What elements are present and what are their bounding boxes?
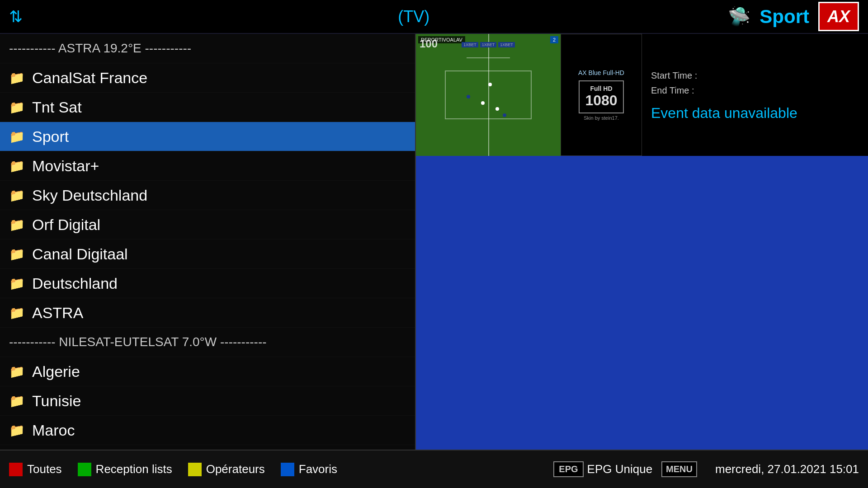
epg-badge: EPG <box>553 461 583 477</box>
start-time-label: Start Time : <box>651 70 710 81</box>
operateurs-label: Opérateurs <box>206 462 265 476</box>
start-time-row: Start Time : <box>651 70 859 81</box>
folder-icon: 📁 <box>9 188 25 203</box>
channel-name: Movistar+ <box>32 157 99 175</box>
main-content: ----------- ASTRA 19.2°E -----------📁Can… <box>0 34 868 450</box>
folder-icon: 📁 <box>9 129 25 144</box>
channel-name: Tunisie <box>32 392 81 410</box>
channel-item[interactable]: ----------- ASTRA 19.2°E ----------- <box>0 34 415 63</box>
fullhd-line1: Full HD <box>585 85 617 92</box>
folder-icon: 📁 <box>9 159 25 174</box>
channel-item[interactable]: 📁Tnt Sat <box>0 93 415 122</box>
channel-name: CanalSat France <box>32 69 147 87</box>
ax-logo: AX <box>818 2 859 31</box>
epg-label: EPG Unique <box>587 462 653 476</box>
channel-item[interactable]: 📁Sport <box>0 122 415 151</box>
folder-icon: 📁 <box>9 305 25 320</box>
header-tv-title: (TV) <box>398 7 429 26</box>
end-time-label: End Time : <box>651 85 710 96</box>
fullhd-badge: Full HD 1080 <box>579 80 623 113</box>
video-preview: DEPORTIVOALAV 2 1XBET 1XBET 1XBET 100 <box>416 34 561 156</box>
header-left: ⇅ <box>9 7 99 26</box>
soccer-field: DEPORTIVOALAV 2 1XBET 1XBET 1XBET 100 <box>416 34 561 156</box>
channel-item[interactable]: 📁Maroc <box>0 416 415 445</box>
channel-name: Sky Deutschland <box>32 187 147 204</box>
menu-button[interactable]: MENU <box>661 461 697 477</box>
preview-area: DEPORTIVOALAV 2 1XBET 1XBET 1XBET 100 AX… <box>416 34 868 156</box>
reception-lists-button[interactable]: Reception lists <box>78 462 172 476</box>
epg-button[interactable]: EPG EPG Unique <box>553 461 652 477</box>
folder-icon: 📁 <box>9 394 25 408</box>
channel-item[interactable]: 📁Du <box>0 445 415 450</box>
reception-lists-label: Reception lists <box>96 462 172 476</box>
satellite-icon: 🛸 <box>728 6 750 27</box>
menu-badge: MENU <box>661 461 697 477</box>
favoris-button[interactable]: Favoris <box>281 462 337 476</box>
header-logo-area: 🛸 Sport AX <box>728 2 859 31</box>
ax-logo-text: AX <box>827 7 850 26</box>
channel-item[interactable]: 📁Tunisie <box>0 386 415 416</box>
footer: Toutes Reception lists Opérateurs Favori… <box>0 450 868 488</box>
skin-credit: Skin by stein17. <box>584 115 619 121</box>
channel-item[interactable]: 📁CanalSat France <box>0 63 415 93</box>
channel-name: ----------- ASTRA 19.2°E ----------- <box>9 41 191 56</box>
sort-icon[interactable]: ⇅ <box>9 7 23 26</box>
folder-icon: 📁 <box>9 276 25 291</box>
channel-item[interactable]: 📁Canal Digitaal <box>0 239 415 269</box>
right-panel: DEPORTIVOALAV 2 1XBET 1XBET 1XBET 100 AX… <box>416 34 868 450</box>
channel-item[interactable]: 📁Deutschland <box>0 269 415 298</box>
toutes-button[interactable]: Toutes <box>9 462 62 476</box>
folder-icon: 📁 <box>9 100 25 115</box>
channel-list[interactable]: ----------- ASTRA 19.2°E -----------📁Can… <box>0 34 415 450</box>
channel-item[interactable]: 📁Sky Deutschland <box>0 181 415 210</box>
channel-list-panel: ----------- ASTRA 19.2°E -----------📁Can… <box>0 34 416 450</box>
fullhd-number: 1080 <box>585 92 617 109</box>
folder-icon: 📁 <box>9 247 25 262</box>
reception-lists-icon <box>78 463 91 476</box>
operateurs-icon <box>188 463 202 476</box>
ax-blue-title: AX Blue Full-HD <box>578 69 624 76</box>
channel-name: ASTRA <box>32 304 83 322</box>
channel-name: Algerie <box>32 363 80 380</box>
blue-content-area <box>416 156 868 450</box>
operateurs-button[interactable]: Opérateurs <box>188 462 265 476</box>
channel-item[interactable]: 📁ASTRA <box>0 298 415 328</box>
header-center: (TV) <box>99 7 728 26</box>
favoris-icon <box>281 463 294 476</box>
folder-icon: 📁 <box>9 423 25 438</box>
channel-name: ----------- NILESAT-EUTELSAT 7.0°W -----… <box>9 335 267 349</box>
channel-name: Deutschland <box>32 275 118 292</box>
folder-icon: 📁 <box>9 217 25 232</box>
channel-name: Tnt Sat <box>32 99 82 116</box>
channel-name: Maroc <box>32 422 75 439</box>
datetime-display: mercredi, 27.01.2021 15:01 <box>715 462 859 476</box>
toutes-icon <box>9 463 23 476</box>
header: ⇅ (TV) 🛸 Sport AX <box>0 0 868 34</box>
end-time-row: End Time : <box>651 85 859 96</box>
toutes-label: Toutes <box>27 462 62 476</box>
channel-item[interactable]: 📁Movistar+ <box>0 151 415 181</box>
channel-item[interactable]: 📁Algerie <box>0 357 415 386</box>
channel-name: Canal Digitaal <box>32 245 128 263</box>
event-unavailable: Event data unavailable <box>651 105 859 122</box>
channel-item[interactable]: 📁Orf Digital <box>0 210 415 239</box>
folder-icon: 📁 <box>9 364 25 379</box>
channel-name: Orf Digital <box>32 216 100 234</box>
favoris-label: Favoris <box>299 462 337 476</box>
channel-name: Sport <box>32 128 69 145</box>
ax-blue-preview: AX Blue Full-HD Full HD 1080 Skin by ste… <box>561 34 642 156</box>
sport-label: Sport <box>760 6 809 28</box>
channel-item[interactable]: ----------- NILESAT-EUTELSAT 7.0°W -----… <box>0 328 415 357</box>
folder-icon: 📁 <box>9 70 25 85</box>
event-info: Start Time : End Time : Event data unava… <box>642 34 868 156</box>
